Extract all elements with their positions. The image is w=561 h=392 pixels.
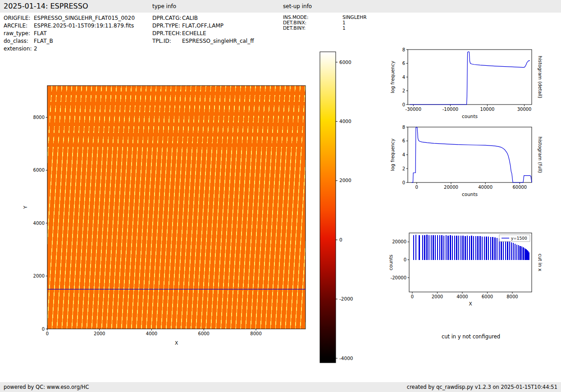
- svg-text:cut in x: cut in x: [538, 254, 543, 271]
- metadata-label: DET.BINY:: [283, 25, 342, 31]
- colorbar: 6000400020000-2000-4000: [318, 50, 372, 365]
- svg-text:30000: 30000: [517, 107, 532, 112]
- metadata-label: DET.BINX:: [283, 20, 342, 25]
- svg-text:counts: counts: [462, 191, 478, 197]
- svg-text:40000: 40000: [478, 185, 493, 190]
- metadata-value: 1: [342, 20, 346, 25]
- svg-text:2000: 2000: [94, 331, 105, 336]
- svg-text:10000: 10000: [480, 107, 495, 112]
- svg-text:X: X: [175, 340, 178, 346]
- metadata-row: TPL.ID:ESPRESSO_singleHR_cal_ff: [152, 37, 254, 45]
- svg-text:2: 2: [402, 166, 405, 171]
- metadata-row: ORIGFILE:ESPRESSO_SINGLEHR_FLAT015_0020: [4, 14, 135, 22]
- metadata-value: FLAT: [34, 30, 46, 37]
- main-image-axes: 0200040006000800002000400060008000XY: [18, 45, 324, 360]
- svg-text:6000: 6000: [198, 331, 210, 336]
- svg-text:20000: 20000: [392, 239, 406, 244]
- svg-text:counts: counts: [462, 114, 478, 119]
- svg-text:8000: 8000: [250, 331, 261, 336]
- svg-text:-4000: -4000: [339, 356, 353, 361]
- svg-text:8000: 8000: [33, 115, 45, 120]
- metadata-row: DPR.CATG:CALIB: [152, 14, 254, 22]
- svg-text:Y: Y: [23, 205, 28, 209]
- svg-text:0: 0: [402, 102, 405, 107]
- svg-text:4000: 4000: [339, 119, 351, 124]
- svg-text:2000: 2000: [33, 273, 45, 278]
- svg-text:-10000: -10000: [442, 107, 458, 112]
- svg-text:8: 8: [402, 125, 405, 130]
- svg-text:2000: 2000: [432, 294, 443, 299]
- metadata-label: DPR.TECH:: [152, 30, 182, 37]
- svg-text:0: 0: [415, 185, 418, 190]
- cut-in-x-chart: 02000400060008000-20000020000Xcountscut …: [385, 225, 561, 311]
- metadata-label: DPR.TYPE:: [152, 22, 182, 30]
- metadata-row: do_class:FLAT_B: [4, 37, 135, 45]
- svg-text:0: 0: [402, 180, 405, 185]
- metadata-value: ESPRE.2025-01-15T09:19:11.879.fits: [34, 22, 134, 30]
- metadata-label: TPL.ID:: [152, 37, 182, 45]
- footer-bar: powered by QC: www.eso.org/HC created by…: [0, 382, 561, 392]
- svg-text:6: 6: [402, 61, 405, 66]
- svg-text:0: 0: [42, 327, 45, 332]
- svg-text:6000: 6000: [339, 59, 351, 65]
- metadata-label: do_class:: [4, 37, 34, 45]
- colorbar-axes: 6000400020000-2000-4000: [318, 50, 372, 365]
- svg-text:y=1500: y=1500: [511, 236, 527, 241]
- metadata-value: SINGLEHR: [342, 14, 366, 20]
- metadata-label: DPR.CATG:: [152, 14, 182, 22]
- metadata-value: FLAT_B: [34, 37, 53, 45]
- metadata-row: DPR.TECH:ECHELLE: [152, 30, 254, 37]
- cut-in-x-canvas: 02000400060008000-20000020000Xcountscut …: [385, 225, 561, 311]
- svg-text:counts: counts: [388, 255, 393, 270]
- setup-info-heading: set-up info: [283, 3, 312, 9]
- svg-text:4: 4: [402, 75, 405, 80]
- histogram-detail-chart: -30000-10000100003000002468countslog fre…: [388, 43, 561, 128]
- metadata-value: FLAT,OFF,LAMP: [182, 22, 223, 30]
- svg-text:histogram (full): histogram (full): [538, 137, 543, 173]
- svg-text:0: 0: [339, 237, 342, 242]
- metadata-row: INS.MODE:SINGLEHR: [283, 14, 366, 20]
- metadata-label: raw_type:: [4, 30, 34, 37]
- metadata-row: ARCFILE:ESPRE.2025-01-15T09:19:11.879.fi…: [4, 22, 135, 30]
- svg-text:6000: 6000: [33, 168, 45, 173]
- metadata-label: INS.MODE:: [283, 14, 342, 20]
- svg-text:4000: 4000: [146, 331, 157, 336]
- svg-text:6: 6: [402, 138, 405, 143]
- metadata-value: ESPRESSO_SINGLEHR_FLAT015_0020: [34, 14, 135, 22]
- svg-text:0: 0: [411, 294, 414, 299]
- svg-text:6000: 6000: [482, 294, 493, 299]
- metadata-row: DET.BINY:1: [283, 25, 366, 31]
- metadata-value: 1: [342, 25, 346, 31]
- metadata-row: DPR.TYPE:FLAT,OFF,LAMP: [152, 22, 254, 30]
- svg-text:8: 8: [402, 47, 405, 52]
- svg-text:2000: 2000: [339, 178, 351, 183]
- svg-text:0: 0: [404, 257, 406, 262]
- footer-powered-by: powered by QC: www.eso.org/HC: [4, 384, 89, 390]
- svg-text:4000: 4000: [33, 221, 45, 226]
- metadata-value: ESPRESSO_singleHR_cal_ff: [182, 37, 254, 45]
- qc-report-page: 2025-01-14: ESPRESSO type info set-up in…: [0, 0, 561, 392]
- main-image-plot: 0200040006000800002000400060008000XY: [18, 45, 324, 360]
- metadata-label: ORIGFILE:: [4, 14, 34, 22]
- svg-text:X: X: [469, 301, 472, 306]
- histogram-full-chart: 020000400006000002468countslog frequency…: [388, 120, 561, 206]
- svg-text:histogram (detail): histogram (detail): [538, 56, 543, 98]
- svg-text:-20000: -20000: [391, 275, 406, 280]
- header-bar: 2025-01-14: ESPRESSO type info set-up in…: [0, 0, 561, 13]
- svg-text:60000: 60000: [512, 185, 527, 190]
- metadata-label: ARCFILE:: [4, 22, 34, 30]
- svg-text:4000: 4000: [456, 294, 468, 299]
- svg-text:-2000: -2000: [339, 296, 353, 301]
- setup-info-block: INS.MODE:SINGLEHR DET.BINX:1 DET.BINY:1: [283, 14, 366, 31]
- metadata-row: raw_type:FLAT: [4, 30, 135, 37]
- histogram-full-canvas: 020000400006000002468countslog frequency…: [388, 120, 561, 206]
- svg-text:20000: 20000: [444, 185, 458, 190]
- metadata-value: ECHELLE: [182, 30, 206, 37]
- svg-text:8000: 8000: [506, 294, 518, 299]
- footer-created-by: created by qc_rawdisp.py v1.2.3 on 2025-…: [407, 384, 557, 390]
- svg-text:4: 4: [402, 152, 405, 157]
- svg-text:log frequency: log frequency: [390, 61, 395, 93]
- svg-text:log frequency: log frequency: [390, 138, 395, 171]
- cut-in-y-note: cut in y not configured: [406, 333, 536, 340]
- page-title: 2025-01-14: ESPRESSO: [4, 2, 88, 10]
